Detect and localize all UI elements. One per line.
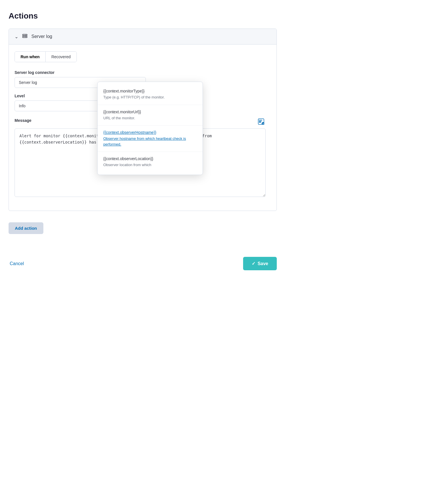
chevron-down-icon[interactable]: ⌄ [15,34,18,39]
connector-label: Server log connector [15,70,271,75]
dropdown-item-observerlocation[interactable]: {{context.observerLocation}} Observer lo… [98,152,203,172]
action-header-title: Server log [31,34,52,39]
dropdown-item-observerhostname[interactable]: {{context.observerHostname}} Observer ho… [98,126,203,152]
dropdown-var-observerlocation: {{context.observerLocation}} [103,156,197,161]
svg-text:+: + [263,122,264,125]
action-card: ⌄ Server log Run when Recovered Server l… [9,29,277,211]
dropdown-var-observerhostname: {{context.observerHostname}} [103,130,197,135]
dropdown-scroll[interactable]: {{context.monitorType}} Type (e.g. HTTP/… [98,82,203,175]
save-label: Save [258,261,268,266]
tab-recovered[interactable]: Recovered [46,52,76,62]
cancel-button[interactable]: Cancel [9,258,25,269]
save-button[interactable]: ✓ Save [243,257,277,270]
dropdown-var-monitorurl: {{context.monitorUrl}} [103,110,197,114]
svg-point-3 [23,37,24,37]
save-check-icon: ✓ [252,261,255,266]
dropdown-desc-monitortype: Type (e.g. HTTP/TCP) of the monitor. [103,94,197,100]
add-action-button[interactable]: Add action [9,222,43,234]
action-body: Run when Recovered Server log connector … [9,45,276,211]
run-when-tabs: Run when Recovered [15,51,77,62]
footer-actions: Cancel ✓ Save [9,251,277,270]
dropdown-item-monitorurl[interactable]: {{context.monitorUrl}} URL of the monito… [98,105,203,126]
action-header: ⌄ Server log [9,29,276,45]
dropdown-desc-monitorurl: URL of the monitor. [103,115,197,121]
dropdown-desc-observerlocation: Observer location from which [103,162,197,168]
svg-rect-10 [259,122,261,123]
server-log-icon [22,33,28,40]
svg-rect-8 [259,120,262,120]
svg-point-2 [23,35,24,35]
tab-run-when[interactable]: Run when [15,52,46,62]
dropdown-desc-observerhostname: Observer hostname from which heartbeat c… [103,136,197,147]
page-title: Actions [9,11,277,21]
svg-rect-9 [259,121,262,122]
dropdown-item-monitortype[interactable]: {{context.monitorType}} Type (e.g. HTTP/… [98,84,203,105]
svg-text:+: + [259,120,261,123]
dropdown-var-monitortype: {{context.monitorType}} [103,89,197,93]
context-dropdown: {{context.monitorType}} Type (e.g. HTTP/… [97,82,203,175]
message-label: Message [15,118,31,123]
variable-icon-button[interactable]: + + [257,117,266,126]
